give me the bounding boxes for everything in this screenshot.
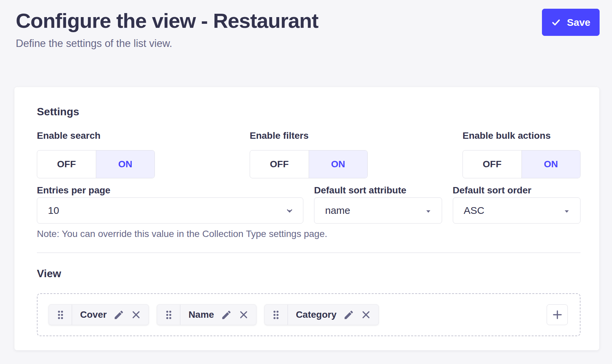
select-value: ASC [464, 205, 485, 216]
select-fields-row: Entries per page 10 Default sort attribu… [37, 185, 580, 224]
override-note: Note: You can override this value in the… [37, 229, 580, 239]
chip-label: Cover [80, 309, 107, 320]
section-divider [37, 252, 580, 253]
field-label: Enable filters [250, 131, 368, 141]
select-value: 10 [48, 205, 59, 216]
chevron-down-icon [286, 208, 293, 213]
add-field-button[interactable] [547, 304, 568, 325]
field-label: Enable search [37, 131, 155, 141]
default-sort-order-select[interactable]: ASC [453, 197, 581, 224]
field-chip-name: Name [157, 304, 256, 325]
field-default-sort-attribute: Default sort attribute name [314, 185, 442, 224]
field-entries-per-page: Entries per page 10 [37, 185, 303, 224]
toggle-off-button[interactable]: OFF [463, 150, 522, 178]
default-sort-attribute-select[interactable]: name [314, 197, 442, 224]
entries-per-page-select[interactable]: 10 [37, 197, 303, 224]
toggle-enable-bulk-actions: OFF ON [463, 150, 580, 178]
toggle-on-button[interactable]: ON [522, 150, 580, 178]
drag-handle-icon[interactable] [157, 305, 180, 325]
page-subtitle: Define the settings of the list view. [16, 37, 318, 50]
chip-label: Name [188, 309, 214, 320]
view-fields-dropzone: Cover Name [37, 293, 580, 336]
toggle-enable-search: OFF ON [37, 150, 155, 178]
page-header-text: Configure the view - Restaurant Define t… [16, 9, 318, 50]
save-button[interactable]: Save [542, 9, 600, 36]
toggle-field-enable-filters: Enable filters OFF ON [250, 131, 368, 178]
toggle-field-enable-bulk-actions: Enable bulk actions OFF ON [463, 131, 580, 178]
toggle-field-enable-search: Enable search OFF ON [37, 131, 155, 178]
toggles-row: Enable search OFF ON Enable filters OFF … [37, 131, 580, 178]
close-x-icon[interactable] [235, 310, 256, 320]
drag-handle-icon[interactable] [49, 305, 72, 325]
field-label: Enable bulk actions [463, 131, 580, 141]
settings-card: Settings Enable search OFF ON Enable fil… [14, 87, 599, 350]
chevron-down-icon [425, 208, 432, 213]
toggle-on-button[interactable]: ON [309, 150, 368, 178]
plus-icon [552, 309, 563, 320]
toggle-off-button[interactable]: OFF [37, 150, 96, 178]
field-label: Entries per page [37, 185, 303, 195]
field-chip-cover: Cover [49, 304, 149, 325]
edit-pencil-icon[interactable] [218, 309, 235, 320]
toggle-off-button[interactable]: OFF [250, 150, 309, 178]
settings-heading: Settings [37, 106, 580, 117]
page-header: Configure the view - Restaurant Define t… [0, 0, 612, 50]
field-label: Default sort attribute [314, 185, 442, 195]
chevron-down-icon [563, 208, 570, 213]
toggle-enable-filters: OFF ON [250, 150, 368, 178]
field-chip-category: Category [264, 304, 379, 325]
drag-handle-icon[interactable] [265, 305, 288, 325]
select-value: name [325, 205, 350, 216]
toggle-on-button[interactable]: ON [96, 150, 155, 178]
edit-pencil-icon[interactable] [110, 309, 128, 320]
field-default-sort-order: Default sort order ASC [453, 185, 581, 224]
chip-label: Category [296, 309, 336, 320]
edit-pencil-icon[interactable] [340, 309, 358, 320]
page-title: Configure the view - Restaurant [16, 9, 318, 33]
close-x-icon[interactable] [128, 310, 148, 320]
save-button-label: Save [567, 17, 590, 28]
view-heading: View [37, 268, 580, 279]
close-x-icon[interactable] [358, 310, 378, 320]
check-icon [551, 17, 561, 27]
field-label: Default sort order [453, 185, 581, 195]
